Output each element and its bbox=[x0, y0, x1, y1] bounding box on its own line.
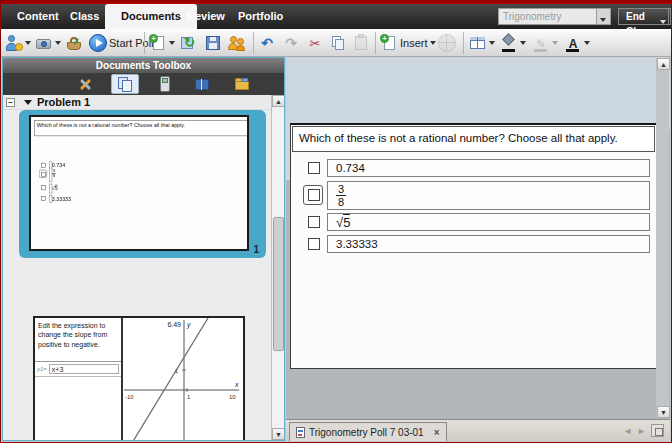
tab-content[interactable]: Content bbox=[17, 4, 59, 29]
page-sorter-scrollbar[interactable] bbox=[271, 95, 284, 440]
page-sorter-list: Which of these is not a rational number?… bbox=[3, 110, 271, 440]
toolbox-tab-transfers[interactable] bbox=[228, 74, 256, 94]
paste-button[interactable] bbox=[352, 32, 370, 54]
tab-list-icon[interactable] bbox=[651, 424, 664, 437]
toolbox-tab-calculator[interactable] bbox=[151, 74, 179, 94]
thumb-checkbox bbox=[41, 196, 46, 201]
class-selector-dropdown[interactable]: Trigonometry bbox=[498, 8, 611, 25]
thumb2-equation-row: y1= x+3 bbox=[35, 362, 121, 377]
documents-toolbox-panel: Documents Toolbox − Problem 1 bbox=[2, 57, 285, 441]
copy-icon bbox=[329, 34, 347, 52]
answer-checkbox-1[interactable] bbox=[308, 162, 320, 174]
scroll-up-icon[interactable] bbox=[657, 58, 670, 70]
thumb2-graph: 6.49 y 1 -10 1 10 x bbox=[123, 318, 241, 441]
app-window: Content Class Documents Review Portfolio… bbox=[0, 0, 672, 443]
answer-row-3: √5 bbox=[291, 213, 656, 231]
end-class-menu-arrow[interactable] bbox=[658, 8, 669, 25]
undo-icon bbox=[258, 34, 276, 52]
thumb-checkbox bbox=[41, 163, 46, 168]
answer-option-2[interactable]: 38 bbox=[327, 181, 650, 210]
tab-review[interactable]: Review bbox=[187, 4, 225, 29]
page-thumbnail-1[interactable]: Which of these is not a rational number?… bbox=[19, 110, 266, 258]
new-document-icon bbox=[149, 34, 167, 52]
add-student-icon bbox=[5, 34, 23, 52]
page-layout-icon bbox=[469, 34, 487, 52]
save-icon bbox=[204, 34, 222, 52]
answer-checkbox-3[interactable] bbox=[308, 216, 320, 228]
toolbox-tabstrip bbox=[3, 73, 284, 95]
redo-button[interactable] bbox=[282, 32, 300, 54]
copy-button[interactable] bbox=[329, 32, 347, 54]
paste-icon bbox=[352, 34, 370, 52]
send-to-class-icon: ✓ bbox=[65, 34, 83, 52]
answer-option-3[interactable]: √5 bbox=[327, 213, 650, 231]
svg-text:6.49: 6.49 bbox=[167, 321, 181, 328]
insert-icon bbox=[380, 34, 398, 52]
add-student-button[interactable] bbox=[5, 32, 31, 54]
transfer-icon bbox=[179, 34, 197, 52]
next-tab-icon[interactable]: ► bbox=[637, 426, 646, 436]
answer-option-1[interactable]: 0.734 bbox=[327, 159, 650, 177]
chevron-down-icon[interactable] bbox=[596, 9, 610, 24]
toolbox-tab-content-tools[interactable] bbox=[71, 74, 99, 94]
start-poll-label: Start Poll bbox=[109, 37, 154, 49]
folder-icon bbox=[233, 75, 251, 93]
scroll-down-icon[interactable] bbox=[272, 428, 285, 440]
class-roster-button[interactable] bbox=[228, 32, 246, 54]
toolbox-tab-page-sorter[interactable] bbox=[111, 74, 139, 94]
svg-text:y: y bbox=[186, 321, 191, 329]
line-color-button[interactable] bbox=[532, 32, 558, 54]
redo-icon bbox=[282, 34, 300, 52]
problem-label: Problem 1 bbox=[37, 96, 90, 108]
thumb2-graph-pane: 6.49 y 1 -10 1 10 x ◂ f1(x)= ▸ bbox=[123, 318, 243, 441]
book-icon bbox=[193, 75, 211, 93]
tab-documents[interactable]: Documents bbox=[105, 4, 197, 29]
calculator-icon bbox=[156, 75, 174, 93]
answer-option-4[interactable]: 3.33333 bbox=[327, 235, 650, 253]
thumb-option-4: 3.33333 bbox=[49, 195, 52, 203]
page-sorter-icon bbox=[116, 75, 134, 93]
line-color-icon bbox=[532, 34, 550, 52]
workspace-scrollbar[interactable] bbox=[656, 58, 669, 418]
insert-button[interactable]: Insert bbox=[380, 32, 436, 54]
page-thumbnail-2[interactable]: Edit the expression to change the slope … bbox=[33, 316, 245, 441]
answer-row-4: 3.33333 bbox=[291, 235, 656, 253]
thumb2-equation-label: y1= bbox=[37, 366, 47, 372]
save-button[interactable] bbox=[204, 32, 222, 54]
main-toolbar: ✓ Start Poll Insert bbox=[1, 29, 671, 57]
tab-portfolio[interactable]: Portfolio bbox=[238, 4, 283, 29]
tree-collapse-toggle[interactable]: − bbox=[6, 98, 15, 107]
fill-color-button[interactable] bbox=[500, 32, 526, 54]
send-to-class-button[interactable]: ✓ bbox=[65, 32, 83, 54]
screen-capture-button[interactable] bbox=[35, 32, 61, 54]
start-poll-icon bbox=[89, 34, 107, 52]
answer-checkbox-2[interactable] bbox=[308, 189, 320, 201]
close-icon[interactable]: × bbox=[434, 427, 440, 438]
variables-icon bbox=[438, 34, 456, 52]
tab-class[interactable]: Class bbox=[70, 4, 99, 29]
document-tab[interactable]: Trigonometry Poll 7 03-01 × bbox=[289, 422, 447, 441]
scroll-down-icon[interactable] bbox=[657, 406, 670, 418]
class-selector-value: Trigonometry bbox=[503, 11, 562, 22]
toolbox-tab-utilities[interactable] bbox=[188, 74, 216, 94]
prev-tab-icon[interactable]: ◄ bbox=[623, 426, 632, 436]
thumb2-instruction: Edit the expression to change the slope … bbox=[35, 318, 121, 362]
fill-color-icon bbox=[500, 34, 518, 52]
undo-button[interactable] bbox=[258, 32, 276, 54]
text-color-button[interactable] bbox=[564, 32, 590, 54]
new-document-button[interactable] bbox=[149, 32, 175, 54]
scrollbar-thumb[interactable] bbox=[273, 217, 284, 351]
variables-button[interactable] bbox=[438, 32, 456, 54]
transfer-document-button[interactable] bbox=[179, 32, 197, 54]
question-page: Which of these is not a rational number?… bbox=[290, 123, 657, 369]
expand-arrow-icon bbox=[24, 100, 32, 105]
thumb-question-prompt: Which of these is not a rational number?… bbox=[34, 120, 248, 136]
problem-group-row[interactable]: − Problem 1 bbox=[3, 95, 271, 110]
scroll-up-icon[interactable] bbox=[272, 95, 285, 107]
page-layout-button[interactable] bbox=[469, 32, 495, 54]
cut-icon bbox=[306, 34, 324, 52]
cut-button[interactable] bbox=[306, 32, 324, 54]
svg-text:1: 1 bbox=[175, 368, 179, 374]
answer-checkbox-4[interactable] bbox=[308, 238, 320, 250]
class-roster-icon bbox=[228, 34, 246, 52]
